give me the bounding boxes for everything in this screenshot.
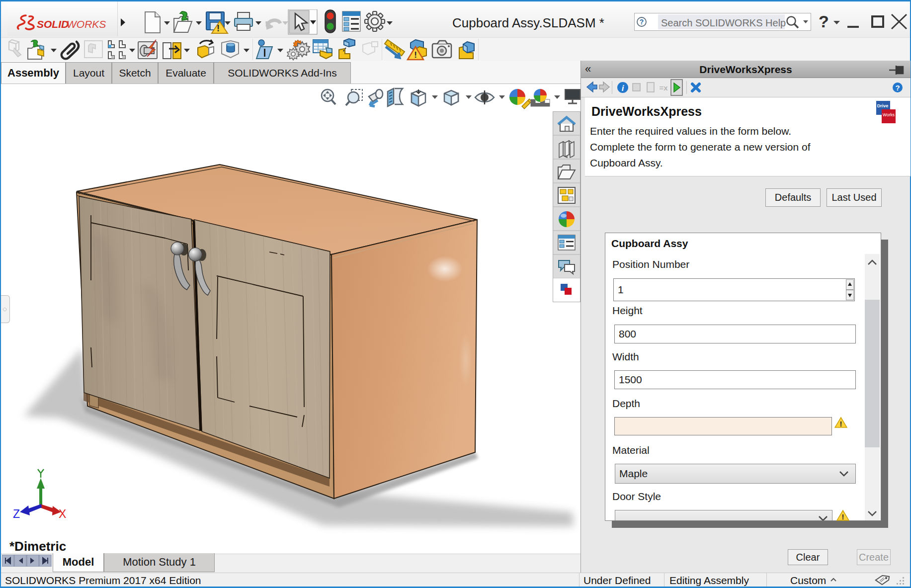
svg-text:!: ! (414, 50, 417, 60)
svg-text:?: ? (640, 18, 644, 26)
svg-text:WORKS: WORKS (67, 18, 106, 30)
svg-text:Drive: Drive (877, 103, 889, 108)
svg-text:Z: Z (13, 507, 20, 520)
svg-text:Works: Works (883, 112, 895, 117)
svg-text:=x: =x (659, 84, 668, 92)
svg-text:?: ? (895, 84, 900, 92)
svg-text:!: ! (217, 23, 220, 33)
svg-text:!: ! (840, 420, 842, 428)
svg-text:!: ! (842, 512, 844, 521)
svg-text:X: X (59, 507, 66, 520)
svg-text:SOLID: SOLID (37, 18, 69, 30)
